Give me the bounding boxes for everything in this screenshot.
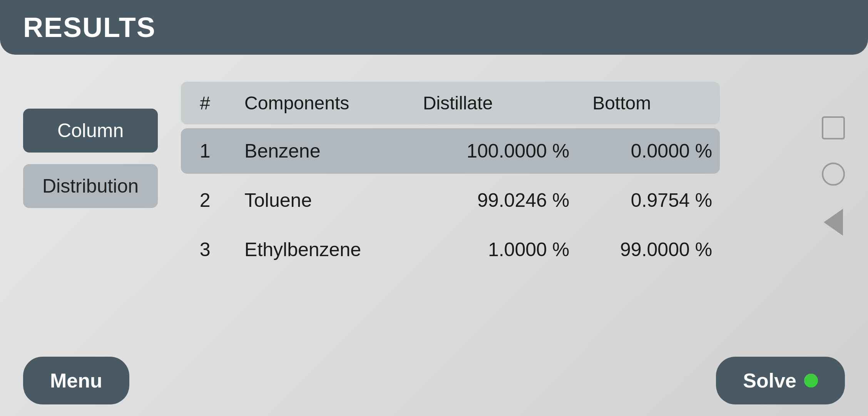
circle-icon <box>822 163 845 186</box>
footer: Menu Solve <box>0 345 868 416</box>
sidebar: Column Distribution <box>23 109 158 208</box>
main-content: Column Distribution # Components Distill… <box>0 70 868 284</box>
menu-button[interactable]: Menu <box>23 357 129 404</box>
back-icon[interactable] <box>824 209 843 236</box>
cell-num: 2 <box>181 178 229 223</box>
cell-bottom: 0.0000 % <box>577 128 720 174</box>
cell-bottom: 99.0000 % <box>577 227 720 272</box>
cell-distillate: 100.0000 % <box>408 128 577 174</box>
table-row: 2Toluene99.0246 %0.9754 % <box>181 178 720 223</box>
cell-distillate: 1.0000 % <box>408 227 577 272</box>
cell-component: Benzene <box>229 128 408 174</box>
col-header-components: Components <box>229 82 408 124</box>
cell-num: 3 <box>181 227 229 272</box>
solve-label: Solve <box>743 369 796 392</box>
solve-button[interactable]: Solve <box>716 357 845 404</box>
cell-bottom: 0.9754 % <box>577 178 720 223</box>
right-icons <box>822 78 845 236</box>
cell-distillate: 99.0246 % <box>408 178 577 223</box>
col-header-num: # <box>181 82 229 124</box>
table-row: 3Ethylbenzene1.0000 %99.0000 % <box>181 227 720 272</box>
cell-component: Ethylbenzene <box>229 227 408 272</box>
col-header-bottom: Bottom <box>577 82 720 124</box>
results-table-container: # Components Distillate Bottom 1Benzene1… <box>181 78 720 276</box>
table-header-row: # Components Distillate Bottom <box>181 82 720 124</box>
results-table: # Components Distillate Bottom 1Benzene1… <box>181 78 720 276</box>
table-body: 1Benzene100.0000 %0.0000 %2Toluene99.024… <box>181 128 720 272</box>
table-row: 1Benzene100.0000 %0.0000 % <box>181 128 720 174</box>
cell-num: 1 <box>181 128 229 174</box>
col-header-distillate: Distillate <box>408 82 577 124</box>
cell-component: Toluene <box>229 178 408 223</box>
column-button[interactable]: Column <box>23 109 158 153</box>
header: RESULTS <box>0 0 868 55</box>
page-title: RESULTS <box>23 12 156 43</box>
solve-status-indicator <box>804 374 818 387</box>
distribution-button[interactable]: Distribution <box>23 164 158 208</box>
square-icon <box>822 116 845 139</box>
